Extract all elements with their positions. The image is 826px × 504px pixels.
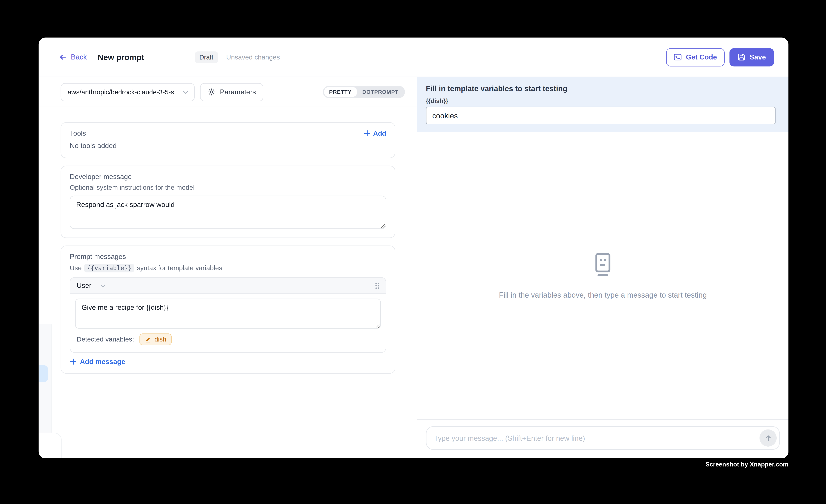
background-window-corner xyxy=(39,433,62,458)
top-bar: Back New prompt Draft Unsaved changes Ge… xyxy=(39,38,788,77)
chat-empty-state: Fill in the variables above, then type a… xyxy=(417,132,788,419)
chevron-down-icon xyxy=(182,89,189,95)
floppy-disk-icon xyxy=(738,53,746,61)
chevron-down-icon[interactable] xyxy=(100,282,107,289)
get-code-label: Get Code xyxy=(686,53,717,61)
chat-message-input[interactable] xyxy=(426,426,780,450)
chat-empty-text: Fill in the variables above, then type a… xyxy=(499,291,707,299)
prompt-editor-window: Back New prompt Draft Unsaved changes Ge… xyxy=(39,38,788,458)
save-label: Save xyxy=(750,53,766,61)
hint-prefix: Use xyxy=(70,264,82,272)
add-tool-button[interactable]: Add xyxy=(363,129,386,137)
save-button[interactable]: Save xyxy=(729,48,774,66)
send-button[interactable] xyxy=(760,430,777,447)
message-textarea[interactable]: Give me a recipe for {{dish}} xyxy=(75,299,381,328)
background-sidebar-sliver xyxy=(39,324,52,433)
composer-bar xyxy=(417,419,788,458)
detected-variables-label: Detected variables: xyxy=(77,336,134,343)
view-mode-toggle: PRETTY DOTPROMPT xyxy=(323,86,405,98)
editor-pane: aws/anthropic/bedrock-claude-3-5-s... Pa… xyxy=(39,77,417,458)
back-label: Back xyxy=(71,53,87,61)
test-pane: Fill in template variables to start test… xyxy=(417,77,788,458)
variable-syntax-chip: {{variable}} xyxy=(84,264,134,272)
variable-name-label: {{dish}} xyxy=(426,98,776,104)
message-header: User xyxy=(70,278,386,294)
background-sidebar-active-item xyxy=(39,365,48,382)
page-title: New prompt xyxy=(98,53,144,62)
variables-section-title: Fill in template variables to start test… xyxy=(426,84,776,93)
message-body: Give me a recipe for {{dish}} xyxy=(70,294,386,329)
plus-icon xyxy=(70,358,76,365)
detected-variables-row: Detected variables: dish xyxy=(70,328,386,352)
message-role-select[interactable]: User xyxy=(77,281,92,290)
robot-face-icon xyxy=(592,252,614,278)
add-message-button[interactable]: Add message xyxy=(70,358,386,366)
prompt-messages-hint: Use {{variable}} syntax for template var… xyxy=(70,264,386,272)
model-select[interactable]: aws/anthropic/bedrock-claude-3-5-s... xyxy=(61,83,195,101)
editor-scroll-area: Tools Add No tools added xyxy=(39,107,417,381)
pen-icon xyxy=(145,336,151,342)
tools-card: Tools Add No tools added xyxy=(61,122,395,158)
parameters-label: Parameters xyxy=(220,88,256,96)
tools-empty-text: No tools added xyxy=(70,141,386,149)
main-split: aws/anthropic/bedrock-claude-3-5-s... Pa… xyxy=(39,77,788,458)
arrow-left-icon xyxy=(59,53,67,61)
model-select-value: aws/anthropic/bedrock-claude-3-5-s... xyxy=(68,88,180,96)
toggle-pretty[interactable]: PRETTY xyxy=(324,87,357,97)
add-message-label: Add message xyxy=(80,358,125,366)
prompt-messages-card: Prompt messages Use {{variable}} syntax … xyxy=(61,246,395,374)
toggle-dotprompt[interactable]: DOTPROMPT xyxy=(357,87,404,97)
terminal-icon xyxy=(673,53,682,61)
hint-suffix: syntax for template variables xyxy=(137,264,223,272)
back-button[interactable]: Back xyxy=(59,53,87,61)
get-code-button[interactable]: Get Code xyxy=(666,48,724,66)
watermark-text: Screenshot by Xnapper.com xyxy=(705,461,788,467)
developer-message-title: Developer message xyxy=(70,173,386,181)
plus-icon xyxy=(363,130,370,137)
parameters-button[interactable]: Parameters xyxy=(200,83,263,101)
status-badge: Draft xyxy=(194,51,218,63)
grip-dots-icon[interactable] xyxy=(374,281,380,289)
unsaved-changes-text: Unsaved changes xyxy=(226,53,280,61)
add-tool-label: Add xyxy=(373,129,386,137)
screenshot-stage: Back New prompt Draft Unsaved changes Ge… xyxy=(0,0,826,504)
gear-icon xyxy=(208,88,216,96)
prompt-messages-title: Prompt messages xyxy=(70,253,386,261)
editor-toolbar: aws/anthropic/bedrock-claude-3-5-s... Pa… xyxy=(39,77,417,107)
top-actions: Get Code Save xyxy=(666,48,774,66)
developer-message-card: Developer message Optional system instru… xyxy=(61,166,395,238)
template-variables-section: Fill in template variables to start test… xyxy=(417,77,788,132)
arrow-up-icon xyxy=(764,434,772,442)
chat-area: Fill in the variables above, then type a… xyxy=(417,132,788,419)
tools-title: Tools xyxy=(70,129,86,137)
variable-value-input[interactable] xyxy=(426,107,776,124)
developer-message-subtitle: Optional system instructions for the mod… xyxy=(70,184,386,191)
message-block: User Give me a recipe for {{di xyxy=(70,277,386,353)
variable-chip-label: dish xyxy=(155,336,166,343)
variable-chip-dish[interactable]: dish xyxy=(139,333,172,345)
developer-message-textarea[interactable]: Respond as jack sparrow would xyxy=(70,196,386,229)
